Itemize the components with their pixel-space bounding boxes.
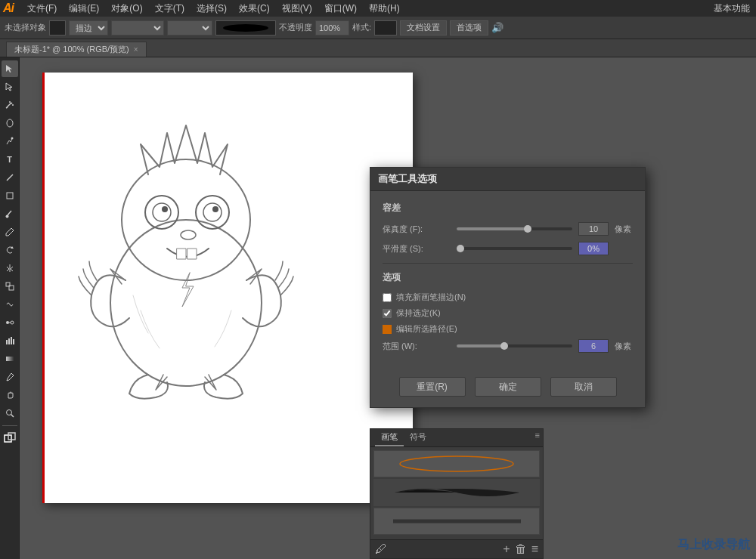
svg-line-5 [7, 174, 13, 181]
smoothness-label: 平滑度 (S): [383, 243, 451, 255]
brush-item-oval[interactable] [373, 450, 540, 477]
paintbrush-tool[interactable] [2, 205, 18, 222]
line-tool[interactable] [2, 169, 18, 186]
range-input[interactable]: 6 [578, 339, 609, 353]
svg-rect-18 [11, 337, 12, 344]
cancel-button[interactable]: 取消 [550, 377, 617, 397]
fill-color-box[interactable] [49, 20, 66, 36]
warp-tool[interactable] [2, 296, 18, 313]
main-area: T [0, 57, 756, 559]
workspace-label: 基本功能 [714, 2, 750, 15]
fidelity-label: 保真度 (F): [383, 224, 451, 235]
style-label: 样式: [352, 22, 371, 33]
blend-tool[interactable] [2, 314, 18, 331]
panel-add-btn[interactable]: + [503, 542, 510, 556]
range-unit: 像素 [615, 341, 633, 352]
menu-select[interactable]: 选择(S) [191, 0, 233, 17]
fill-new-brush-checkbox[interactable] [383, 293, 392, 302]
menu-file[interactable]: 文件(F) [21, 0, 63, 17]
svg-point-25 [110, 220, 262, 386]
menu-effect[interactable]: 效果(C) [233, 0, 276, 17]
dialog-title: 画笔工具选项 [370, 168, 645, 191]
direct-selection-tool[interactable] [2, 79, 18, 95]
doc-settings-btn[interactable]: 文档设置 [400, 20, 447, 36]
rotate-tool[interactable] [2, 242, 18, 258]
watermark: 马上收录导航 [677, 537, 750, 553]
menu-window[interactable]: 窗口(W) [318, 0, 363, 17]
scale-tool[interactable] [2, 278, 18, 295]
svg-point-21 [6, 410, 11, 415]
fidelity-slider[interactable] [457, 224, 572, 234]
panel-brush-icon: 🖊 [375, 542, 387, 556]
svg-point-36 [400, 456, 513, 471]
tab-symbol[interactable]: 符号 [404, 429, 432, 446]
svg-point-31 [203, 203, 222, 221]
svg-rect-34 [177, 249, 186, 259]
fidelity-input[interactable]: 10 [578, 222, 609, 236]
edit-paths-label[interactable]: 编辑所选路径(E) [396, 323, 457, 335]
panel-bottom-bar: 🖊 + 🗑 ≡ [370, 539, 543, 558]
lasso-tool[interactable] [2, 115, 18, 131]
brush-panel: 画笔 符号 ≡ [370, 428, 544, 559]
edit-paths-checkbox-orange[interactable] [383, 325, 392, 334]
hand-tool[interactable] [2, 387, 18, 403]
svg-point-33 [181, 230, 196, 239]
menu-edit[interactable]: 编辑(E) [63, 0, 105, 17]
style-preview[interactable] [374, 20, 397, 36]
smoothness-slider[interactable] [457, 243, 572, 254]
pen-tool[interactable] [2, 133, 18, 150]
reset-button[interactable]: 重置(R) [399, 377, 466, 397]
magic-wand-tool[interactable] [2, 97, 18, 113]
dialog-body: 容差 保真度 (F): 10 像素 平滑度 (S): [370, 191, 645, 369]
preferences-btn[interactable]: 首选项 [450, 20, 488, 36]
range-slider[interactable] [457, 341, 572, 351]
panel-options-btn[interactable]: ≡ [535, 431, 540, 440]
fill-stroke-indicator[interactable] [2, 430, 18, 446]
menu-object[interactable]: 对象(O) [105, 0, 148, 17]
zoom-tool[interactable] [2, 405, 18, 422]
menu-help[interactable]: 帮助(H) [363, 0, 406, 17]
panel-delete-btn[interactable]: 🗑 [515, 542, 527, 556]
dialog-footer: 重置(R) 确定 取消 [370, 369, 645, 407]
panel-tabs: 画笔 符号 ≡ [370, 429, 543, 447]
selection-tool[interactable] [2, 60, 18, 77]
tab-brush[interactable]: 画笔 [375, 429, 404, 446]
brush-item-thick[interactable] [373, 479, 540, 506]
opacity-label: 不透明度 [279, 22, 312, 33]
tolerance-section-label: 容差 [383, 202, 633, 215]
reflect-tool[interactable] [2, 260, 18, 276]
rectangle-tool[interactable] [2, 187, 18, 204]
keep-selected-checkbox[interactable] [383, 309, 392, 318]
keep-selected-row: 保持选定(K) [383, 307, 633, 319]
svg-point-3 [7, 119, 13, 127]
speaker-icon[interactable]: 🔊 [491, 22, 503, 33]
svg-rect-6 [7, 193, 13, 199]
eyedropper-tool[interactable] [2, 369, 18, 385]
svg-rect-16 [6, 340, 8, 344]
range-label: 范围 (W): [383, 341, 451, 352]
document-tab[interactable]: 未标题-1* @ 100% (RGB/预览) × [6, 42, 147, 57]
type-tool[interactable]: T [2, 151, 18, 168]
gradient-tool[interactable] [2, 351, 18, 367]
column-graph-tool[interactable] [2, 332, 18, 349]
svg-point-29 [162, 206, 168, 212]
preset-select[interactable] [167, 20, 212, 36]
menu-view[interactable]: 视图(V) [276, 0, 318, 17]
options-section-label: 选项 [383, 271, 633, 284]
svg-rect-17 [8, 338, 10, 344]
keep-selected-label[interactable]: 保持选定(K) [396, 307, 441, 319]
ok-button[interactable]: 确定 [475, 377, 541, 397]
panel-menu-icon[interactable]: ≡ [531, 542, 538, 556]
tab-close-btn[interactable]: × [134, 45, 138, 54]
pencil-tool[interactable] [2, 224, 18, 240]
fill-new-brush-label[interactable]: 填充新画笔描边(N) [396, 292, 466, 303]
monster-sketch [50, 84, 322, 409]
svg-point-30 [196, 196, 229, 229]
menu-text[interactable]: 文字(T) [149, 0, 191, 17]
opacity-input[interactable]: 100% [315, 20, 349, 36]
margin-line [42, 73, 45, 503]
mode-select[interactable]: 描边 [69, 20, 108, 36]
brush-item-thin[interactable] [373, 508, 540, 535]
stroke-select[interactable] [111, 20, 164, 36]
selection-label: 未选择对象 [5, 22, 46, 33]
